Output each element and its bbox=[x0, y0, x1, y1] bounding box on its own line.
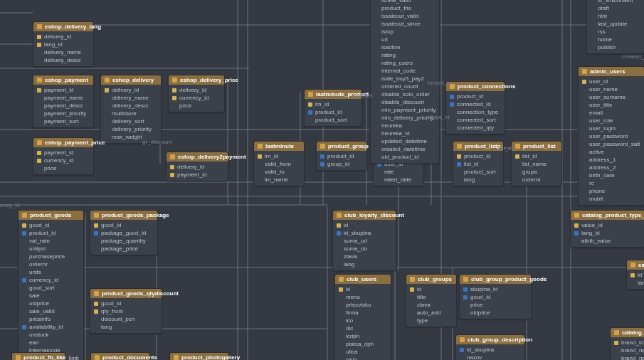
column[interactable]: active bbox=[579, 148, 644, 156]
entity-lastminute[interactable]: lastminutelm_idvalid_fromvalid_tolm_name bbox=[253, 141, 305, 186]
column[interactable]: connection_type bbox=[446, 108, 505, 116]
entity-header[interactable]: eshop_delivery_lang bbox=[33, 22, 93, 31]
column[interactable]: rating_users bbox=[371, 59, 439, 67]
entity-header[interactable]: product_photogallery bbox=[170, 353, 228, 360]
column[interactable]: grupa bbox=[512, 168, 561, 176]
entity-header[interactable]: admin_users bbox=[579, 67, 644, 76]
entity-product_connections[interactable]: product_connectionsproduct_idconnected_i… bbox=[445, 81, 505, 134]
entity-product_goods_package[interactable]: product_goods_packagegood_idpackage_good… bbox=[90, 210, 158, 255]
entity-eshop_delivery[interactable]: eshop_deliverydelivery_iddelivery_namede… bbox=[100, 75, 162, 144]
column[interactable]: product_id bbox=[446, 92, 505, 100]
column[interactable]: lang_id bbox=[571, 229, 644, 237]
column[interactable]: payment_id bbox=[167, 171, 228, 179]
column[interactable]: dic bbox=[335, 324, 391, 332]
column[interactable]: product_fns bbox=[371, 4, 439, 12]
column[interactable]: purchaseprice bbox=[19, 253, 83, 260]
column[interactable]: min_payment_priority bbox=[371, 106, 439, 114]
entity-club_group_description[interactable]: club_group_descriptionid_skupinanazov bbox=[455, 334, 525, 360]
column[interactable]: good_sort bbox=[19, 284, 83, 292]
column[interactable]: ordernr bbox=[19, 260, 83, 268]
column[interactable]: mobil bbox=[579, 195, 644, 203]
column[interactable]: connected_qty bbox=[446, 124, 505, 132]
entity-header[interactable]: catalog_brand bbox=[611, 328, 644, 337]
entity-header[interactable]: club_group_product_goods bbox=[460, 275, 531, 284]
entity-catalog_product_type_attrib_value[interactable]: catalog_product_type_attrib_valuevalue_i… bbox=[570, 210, 644, 248]
entity-club_group_product_goods[interactable]: club_group_product_goodsskupina_idgood_i… bbox=[459, 274, 532, 319]
column[interactable]: good_id bbox=[19, 221, 83, 229]
column[interactable]: delivery_sort bbox=[101, 117, 161, 125]
column[interactable]: meno bbox=[335, 293, 391, 301]
column[interactable]: heureka bbox=[371, 122, 439, 129]
column[interactable]: payment_name bbox=[33, 94, 93, 102]
column[interactable]: oldprice bbox=[460, 309, 531, 317]
column[interactable]: sale_valid bbox=[19, 307, 83, 315]
column[interactable]: units bbox=[19, 268, 83, 276]
column[interactable]: delivery_id bbox=[33, 33, 93, 41]
column[interactable]: created_datetime bbox=[371, 145, 439, 153]
column[interactable]: id bbox=[406, 285, 456, 293]
column[interactable]: id bbox=[333, 221, 396, 229]
column[interactable]: payment_sort bbox=[33, 117, 93, 125]
entity-catalog_brand[interactable]: catalog_brandbrand_idbrand_namebrand_nam… bbox=[610, 327, 644, 360]
column[interactable]: draft bbox=[587, 4, 644, 12]
column[interactable]: delivery_name bbox=[33, 48, 93, 56]
column[interactable]: birth_date bbox=[579, 171, 644, 179]
column[interactable]: url bbox=[371, 36, 439, 43]
erd-canvas[interactable]: eshop_delivery_langdelivery_idlang_iddel… bbox=[0, 0, 644, 360]
column[interactable]: priezvisko bbox=[335, 301, 391, 309]
column[interactable]: delivery_name bbox=[101, 94, 161, 102]
column[interactable]: disable_discount bbox=[371, 98, 439, 106]
column[interactable]: package_price bbox=[90, 245, 157, 253]
entity-header[interactable]: catalog bbox=[627, 260, 644, 270]
column[interactable]: brand_name bbox=[611, 346, 644, 354]
column[interactable]: zlava bbox=[406, 301, 456, 309]
column[interactable]: id_skupina bbox=[456, 346, 524, 354]
column[interactable]: id_skupina bbox=[333, 229, 396, 237]
column[interactable]: rc bbox=[579, 179, 644, 187]
entity-eshop_delivery_price[interactable]: eshop_delivery_pricedelivery_idcurrency_… bbox=[168, 75, 225, 112]
column[interactable]: availability_id bbox=[19, 323, 83, 331]
column[interactable]: good_id bbox=[90, 221, 157, 229]
column[interactable]: disable_solo_order bbox=[371, 90, 439, 98]
column[interactable]: old_product_id bbox=[371, 153, 439, 161]
column[interactable]: rated_date bbox=[374, 176, 423, 184]
column[interactable]: lm_name bbox=[254, 176, 304, 184]
column[interactable]: currency_id bbox=[169, 94, 224, 102]
entity-club_groups[interactable]: club_groupsidtitlezlavaauto_addtype bbox=[406, 274, 457, 327]
column[interactable]: address_1 bbox=[579, 156, 644, 164]
entity-header[interactable]: catalog_product_type_attrib_value bbox=[571, 211, 644, 220]
entity-header[interactable]: product_listp bbox=[453, 142, 503, 151]
column[interactable]: user_name bbox=[579, 85, 644, 93]
column[interactable]: valid_from bbox=[254, 160, 304, 168]
column[interactable]: package_quantity bbox=[90, 237, 157, 245]
column[interactable]: id bbox=[627, 271, 644, 279]
entity-header[interactable]: club_users bbox=[335, 275, 391, 284]
entity-product_goods_qtydiscount[interactable]: product_goods_qtydiscountgood_idqty_from… bbox=[90, 288, 162, 334]
column[interactable]: lang bbox=[333, 260, 396, 268]
column[interactable]: id bbox=[335, 285, 391, 293]
column[interactable]: lm_id bbox=[305, 100, 361, 108]
column[interactable]: lang bbox=[453, 176, 503, 184]
entity-header[interactable]: product_documents bbox=[91, 353, 149, 360]
entity-header[interactable]: eshop_payment_price bbox=[33, 138, 93, 147]
column[interactable]: connected_id bbox=[446, 100, 505, 108]
column[interactable]: price bbox=[33, 164, 93, 172]
column[interactable]: price bbox=[169, 102, 224, 110]
column[interactable]: payment_id bbox=[33, 149, 93, 157]
entity-catalog_x1[interactable]: catalogidlang_id bbox=[626, 260, 644, 290]
column[interactable]: product_sort bbox=[305, 116, 361, 124]
column[interactable]: product_sort bbox=[453, 168, 503, 176]
column[interactable]: attrib_value bbox=[571, 237, 644, 245]
column[interactable]: connected_sort bbox=[446, 116, 505, 124]
column[interactable]: group_id bbox=[317, 160, 366, 168]
column[interactable]: lang_id bbox=[627, 279, 644, 287]
column[interactable]: cislo bbox=[335, 356, 391, 360]
entity-header[interactable]: product_fb_like bbox=[12, 353, 65, 360]
column[interactable]: currency_id bbox=[19, 276, 83, 284]
column[interactable]: list_name bbox=[512, 160, 561, 168]
column[interactable]: internal_code bbox=[371, 67, 439, 75]
entity-header[interactable]: product_list bbox=[512, 142, 561, 151]
column[interactable]: delivery_id bbox=[169, 86, 224, 94]
column[interactable]: last_update bbox=[587, 20, 644, 28]
entity-header[interactable]: lastminute bbox=[254, 142, 304, 151]
